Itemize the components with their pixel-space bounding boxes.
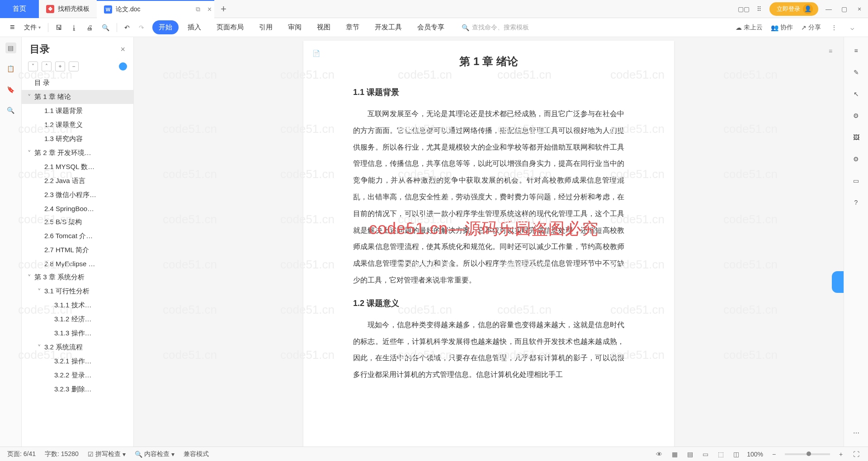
outline-item[interactable]: 1.1 课题背景 xyxy=(22,104,133,118)
tab-document[interactable]: W 论文.doc ⧉ × xyxy=(97,0,214,18)
new-tab-button[interactable]: + xyxy=(214,3,233,15)
word-count[interactable]: 字数: 15280 xyxy=(45,450,79,458)
outline-item[interactable]: ˅第 2 章 开发环境… xyxy=(22,146,133,160)
settings-slider-icon[interactable]: ⚙ xyxy=(851,110,862,121)
outline-item[interactable]: 3.2.1 操作… xyxy=(22,354,133,368)
outline-item[interactable]: 3.1.3 操作… xyxy=(22,326,133,340)
help-icon[interactable]: ? xyxy=(851,197,862,208)
outline-item[interactable]: 3.2.3 删除… xyxy=(22,382,133,396)
ribbon-chapter[interactable]: 章节 xyxy=(340,20,366,34)
outline-icon[interactable]: ▤ xyxy=(5,42,16,53)
find-icon[interactable]: 🔍 xyxy=(5,105,16,116)
outline-close-icon[interactable]: × xyxy=(120,45,125,54)
menu-icon[interactable]: ≡ xyxy=(6,21,19,34)
options-handle-icon[interactable]: ≡ xyxy=(824,44,837,58)
zoom-level[interactable]: 100% xyxy=(747,451,763,458)
compat-mode[interactable]: 兼容模式 xyxy=(184,450,209,458)
apps-icon[interactable]: ⠿ xyxy=(754,4,764,14)
outline-item[interactable]: ˅3.2 系统流程 xyxy=(22,340,133,354)
arrange-icon[interactable]: ◫ xyxy=(731,450,741,459)
command-search[interactable]: 🔍 查找命令、搜索模板 xyxy=(462,24,529,32)
clipboard-icon[interactable]: 📋 xyxy=(5,63,16,74)
tab-template[interactable]: ❖ 找稻壳模板 xyxy=(39,0,97,18)
outline-item[interactable]: ˅第 3 章 系统分析 xyxy=(22,270,133,284)
print-icon[interactable]: 🖨 xyxy=(83,22,96,33)
outline-item[interactable]: 3.1.2 经济… xyxy=(22,312,133,326)
sync-icon[interactable] xyxy=(119,62,127,71)
ribbon-dev[interactable]: 开发工具 xyxy=(368,20,408,34)
section-title-12: 1.2 课题意义 xyxy=(353,298,624,309)
file-menu[interactable]: 文件 ▾ xyxy=(20,22,44,33)
save-icon[interactable]: 🖫 xyxy=(52,22,66,33)
outline-item[interactable]: 2.3 微信小程序… xyxy=(22,188,133,202)
add-icon[interactable]: + xyxy=(55,61,65,71)
side-handle[interactable] xyxy=(832,271,844,293)
view-read-icon[interactable]: ▤ xyxy=(685,450,694,459)
cloud-status[interactable]: ☁ 未上云 xyxy=(736,24,763,32)
remove-icon[interactable]: − xyxy=(69,61,79,71)
expand-all-icon[interactable]: ˄ xyxy=(42,61,52,71)
more-tools-icon[interactable]: ⋯ xyxy=(851,428,862,438)
outline-item[interactable]: 2.7 HTML 简介 xyxy=(22,243,133,257)
redo-icon[interactable]: ↷ xyxy=(135,22,148,33)
bookmark-icon[interactable]: 🔖 xyxy=(5,84,16,95)
outline-item[interactable]: 2.1 MYSQL 数… xyxy=(22,160,133,174)
eye-icon[interactable]: 👁 xyxy=(655,450,664,459)
ribbon-start[interactable]: 开始 xyxy=(152,20,179,34)
ribbon-view[interactable]: 视图 xyxy=(311,20,337,34)
outline-item[interactable]: 1.2 课题意义 xyxy=(22,118,133,132)
tab-home[interactable]: 首页 xyxy=(0,0,39,18)
outline-tree[interactable]: 目 录˅第 1 章 绪论1.1 课题背景1.2 课题意义1.3 研究内容˅第 2… xyxy=(22,76,133,447)
preview-icon[interactable]: 🔍 xyxy=(98,22,113,33)
ribbon-review[interactable]: 审阅 xyxy=(282,20,308,34)
fullscreen-icon[interactable]: ⛶ xyxy=(852,450,861,459)
page: 📄 第 1 章 绪论 1.1 课题背景 互联网发展至今，无论是其理论还是技术都已… xyxy=(303,41,674,447)
minimize-icon[interactable]: — xyxy=(824,4,834,14)
page-count[interactable]: 页面: 6/41 xyxy=(7,450,36,458)
maximize-icon[interactable]: ▢ xyxy=(839,4,849,14)
outline-item[interactable]: 1.3 研究内容 xyxy=(22,132,133,146)
spellcheck-toggle[interactable]: ☑ 拼写检查 ▾ xyxy=(88,450,126,458)
window-close-icon[interactable]: × xyxy=(854,4,864,14)
gear-icon[interactable]: ⚙ xyxy=(851,154,862,165)
zoom-in-icon[interactable]: + xyxy=(836,450,845,459)
ribbon-layout[interactable]: 页面布局 xyxy=(210,20,250,34)
outline-item[interactable]: ˅第 1 章 绪论 xyxy=(22,90,133,104)
collapse-ribbon-icon[interactable]: ⌵ xyxy=(847,23,857,33)
ribbon-insert[interactable]: 插入 xyxy=(181,20,208,34)
hamburger-icon[interactable]: ≡ xyxy=(851,45,862,56)
view-page-icon[interactable]: ▦ xyxy=(670,450,679,459)
login-button[interactable]: 立即登录 👤 xyxy=(769,2,818,16)
image-icon[interactable]: 🖼 xyxy=(851,132,862,143)
share-button[interactable]: ↗ 分享 xyxy=(801,24,821,32)
collapse-all-icon[interactable]: ˅ xyxy=(28,61,38,71)
more-icon[interactable]: ⋮ xyxy=(829,23,839,33)
outline-title: 目录 xyxy=(30,42,116,56)
zoom-slider[interactable] xyxy=(785,453,830,455)
layout-icon[interactable]: ▢▢ xyxy=(739,4,749,14)
undo-icon[interactable]: ↶ xyxy=(121,22,133,33)
outline-item[interactable]: 2.4 SpringBoo… xyxy=(22,202,133,215)
outline-item[interactable]: 3.1.1 技术… xyxy=(22,298,133,312)
outline-item[interactable]: 目 录 xyxy=(22,76,133,90)
outline-item[interactable]: 3.2.2 登录… xyxy=(22,368,133,382)
view-outline-icon[interactable]: ⬚ xyxy=(716,450,725,459)
export-icon[interactable]: ⭳ xyxy=(67,22,81,33)
close-icon[interactable]: × xyxy=(208,5,212,14)
zoom-out-icon[interactable]: − xyxy=(769,450,778,459)
coop-button[interactable]: 👥 协作 xyxy=(771,24,793,32)
ribbon-vip[interactable]: 会员专享 xyxy=(411,20,451,34)
document-area[interactable]: ≡ 📄 第 1 章 绪论 1.1 课题背景 互联网发展至今，无论是其理论还是技术… xyxy=(134,37,844,447)
pen-icon[interactable]: ✎ xyxy=(851,67,862,78)
content-check[interactable]: 🔍 内容检查 ▾ xyxy=(135,450,175,458)
ribbon-ref[interactable]: 引用 xyxy=(253,20,279,34)
outline-item[interactable]: 2.2 Java 语言 xyxy=(22,174,133,188)
outline-item[interactable]: ˅3.1 可行性分析 xyxy=(22,284,133,298)
device-icon[interactable]: ▭ xyxy=(851,175,862,186)
dual-view-icon[interactable]: ⧉ xyxy=(196,5,200,14)
cursor-icon[interactable]: ↖ xyxy=(851,89,862,99)
outline-item[interactable]: 2.6 Tomcat 介… xyxy=(22,229,133,243)
outline-item[interactable]: 2.5 B/S 架构 xyxy=(22,215,133,229)
view-web-icon[interactable]: ▭ xyxy=(701,450,710,459)
outline-item[interactable]: 2.8 MyEclipse … xyxy=(22,257,133,270)
